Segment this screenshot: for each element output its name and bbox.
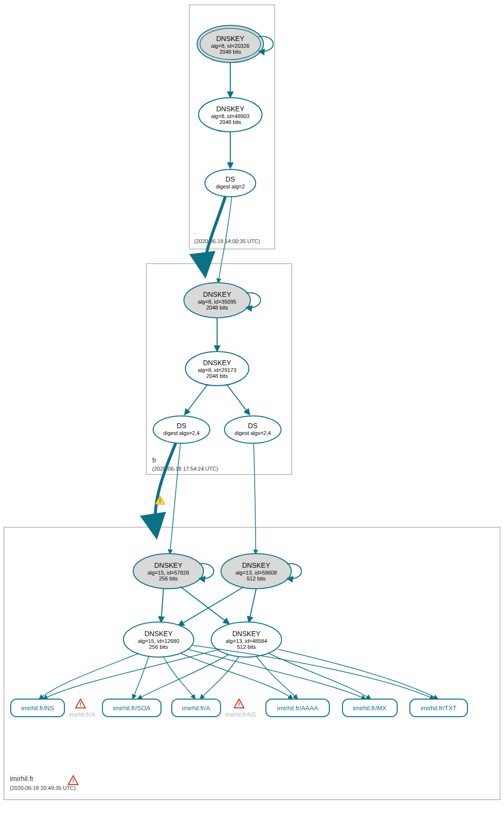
zone-fr-ts: (2020-06-18 17:54:24 UTC) (152, 466, 218, 472)
svg-text:imirhil.fr/MX: imirhil.fr/MX (353, 704, 387, 712)
node-im-ksk1: DNSKEY alg=15, id=57828 256 bits (133, 554, 214, 589)
edge (256, 656, 298, 699)
edge (138, 654, 229, 699)
svg-text:imirhil.fr/AAAA: imirhil.fr/AAAA (277, 704, 318, 712)
svg-text:2048 bits: 2048 bits (206, 305, 228, 310)
edge-interzone (204, 196, 225, 273)
node-root-ds: DS digest alg=2 (205, 169, 256, 197)
svg-text:alg=8, id=29173: alg=8, id=29173 (198, 367, 237, 373)
rr-txt: imirhil.fr/TXT (410, 699, 467, 717)
svg-text:256 bits: 256 bits (149, 644, 168, 650)
rr-a-grey: ! imirhil.fr/A (69, 699, 95, 718)
svg-text:DNSKEY: DNSKEY (203, 359, 231, 367)
svg-text:alg=15, id=57828: alg=15, id=57828 (147, 570, 189, 576)
svg-point-9 (205, 169, 256, 197)
svg-point-20 (153, 416, 210, 443)
svg-text:alg=15, id=12680: alg=15, id=12680 (138, 638, 179, 644)
svg-text:512 bits: 512 bits (247, 576, 266, 581)
svg-text:2048 bits: 2048 bits (206, 373, 228, 379)
zone-fr-name: fr (152, 456, 157, 464)
rr-ns: imirhil.fr/NS (11, 699, 64, 717)
edge (170, 443, 181, 554)
svg-point-23 (224, 416, 281, 443)
svg-text:DS: DS (225, 175, 235, 183)
svg-text:alg=13, id=59608: alg=13, id=59608 (235, 570, 277, 576)
node-fr-zsk: DNSKEY alg=8, id=29173 2048 bits (185, 351, 249, 386)
svg-text:imirhil.fr/TXT: imirhil.fr/TXT (421, 704, 457, 712)
svg-text:alg=8, id=20326: alg=8, id=20326 (211, 43, 250, 49)
edge (43, 649, 220, 699)
node-fr-ds2: DS digest algs=2,4 (224, 416, 281, 443)
edge (249, 589, 256, 622)
svg-text:alg=13, id=48584: alg=13, id=48584 (225, 638, 267, 644)
svg-text:DNSKEY: DNSKEY (232, 630, 261, 638)
rr-ns-grey: ! imirhil.fr/NS (225, 699, 256, 718)
svg-text:digest algs=2,4: digest algs=2,4 (235, 430, 271, 436)
edge (227, 385, 250, 415)
rr-soa: imirhil.fr/SOA (102, 699, 161, 717)
svg-text:DS: DS (248, 422, 257, 430)
svg-text:DNSKEY: DNSKEY (154, 561, 182, 569)
svg-text:DNSKEY: DNSKEY (242, 561, 270, 569)
warning-icon: ! (234, 699, 244, 708)
dnssec-graph: . (2020-06-18 14:00:35 UTC) DNSKEY alg=8… (0, 0, 504, 827)
edge (133, 656, 149, 699)
zone-imirhil-name: imirhil.fr (10, 775, 34, 783)
svg-text:imirhil.fr/NS: imirhil.fr/NS (21, 704, 54, 712)
svg-text:2048 bits: 2048 bits (220, 119, 242, 125)
svg-text:DS: DS (177, 422, 186, 430)
svg-text:imirhil.fr/A: imirhil.fr/A (182, 704, 210, 712)
node-fr-ksk: DNSKEY alg=8, id=35095 2048 bits (184, 283, 261, 318)
node-fr-ds1: DS digest algs=2,4 (153, 416, 210, 443)
svg-text:DNSKEY: DNSKEY (216, 35, 244, 42)
svg-text:digest alg=2: digest alg=2 (216, 184, 245, 189)
svg-text:DNSKEY: DNSKEY (144, 630, 173, 638)
svg-text:!: ! (159, 497, 161, 504)
svg-text:!: ! (72, 778, 74, 785)
edge (181, 587, 229, 624)
svg-text:alg=8, id=48903: alg=8, id=48903 (211, 113, 250, 119)
svg-text:alg=8, id=35095: alg=8, id=35095 (198, 299, 237, 305)
zone-imirhil-ts: (2020-06-18 20:49:35 UTC) (10, 785, 76, 791)
svg-text:imirhil.fr/NS: imirhil.fr/NS (225, 711, 256, 718)
edge (163, 657, 195, 699)
svg-text:digest algs=2,4: digest algs=2,4 (163, 430, 200, 436)
rr-aaaa: imirhil.fr/AAAA (266, 699, 329, 717)
svg-text:DNSKEY: DNSKEY (216, 105, 244, 113)
svg-text:2048 bits: 2048 bits (220, 49, 242, 55)
zone-root-ts: (2020-06-18 14:00:35 UTC) (194, 238, 260, 244)
node-im-zsk1: DNSKEY alg=15, id=12680 256 bits (123, 622, 194, 657)
edge (161, 589, 163, 622)
node-root-zsk: DNSKEY alg=8, id=48903 2048 bits (199, 98, 262, 132)
zone-root-name: . (194, 228, 196, 236)
svg-text:imirhil.fr/SOA: imirhil.fr/SOA (113, 704, 151, 712)
edge (268, 653, 371, 699)
svg-text:!: ! (238, 701, 240, 708)
node-im-zsk2: DNSKEY alg=13, id=48584 512 bits (211, 622, 282, 657)
edge (200, 656, 239, 699)
edge (39, 653, 139, 699)
svg-text:!: ! (80, 701, 81, 708)
rr-mx: imirhil.fr/MX (343, 699, 397, 717)
svg-text:512 bits: 512 bits (237, 644, 256, 650)
edge (184, 385, 207, 415)
edge-interzone-warning (155, 443, 176, 535)
svg-text:imirhil.fr/A: imirhil.fr/A (69, 711, 95, 718)
edge (254, 443, 256, 554)
svg-text:256 bits: 256 bits (159, 576, 178, 581)
node-im-ksk2: DNSKEY alg=13, id=59608 512 bits (221, 554, 302, 589)
node-root-ksk: DNSKEY alg=8, id=20326 2048 bits (197, 25, 273, 62)
rr-a: imirhil.fr/A (172, 699, 221, 717)
svg-text:DNSKEY: DNSKEY (203, 290, 231, 298)
warning-icon: ! (76, 699, 85, 708)
warning-icon: ! (68, 776, 78, 785)
